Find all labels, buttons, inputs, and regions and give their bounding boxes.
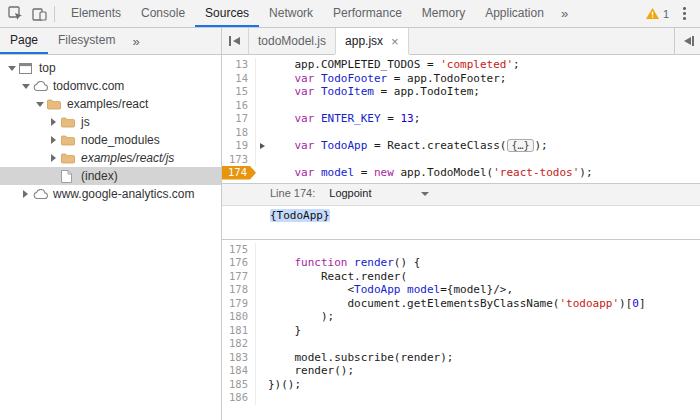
tree-item-www-google-analytics-com[interactable]: www.google-analytics.com [0,185,221,203]
device-toolbar-icon[interactable] [27,2,51,26]
code-line[interactable]: 174 var model = new app.TodoModel('react… [222,166,700,180]
code-line[interactable]: 186 [222,391,700,405]
line-number[interactable]: 17 [222,112,256,126]
line-number[interactable]: 185 [222,378,256,392]
disclosure-triangle[interactable] [48,118,59,126]
tree-item-label: www.google-analytics.com [53,187,194,201]
disclosure-triangle[interactable] [20,84,31,89]
code-line[interactable]: 16 [222,99,700,113]
disclosure-triangle[interactable] [20,190,31,198]
line-number[interactable]: 19 [222,139,256,153]
close-tab-icon[interactable]: × [391,35,399,48]
line-number[interactable]: 15 [222,85,256,99]
code-line[interactable]: 173 [222,153,700,167]
code-line[interactable]: 15 var TodoItem = app.TodoItem; [222,85,700,99]
tab-filesystem[interactable]: Filesystem [48,28,125,54]
disclosure-triangle[interactable] [48,136,59,144]
logpoint-condition-input[interactable]: {TodoApp} [222,206,700,239]
tree-item-top[interactable]: top [0,59,221,77]
fold-gutter [256,166,268,180]
tree-item-node-modules[interactable]: node_modules [0,131,221,149]
code-fold-arrow[interactable] [256,139,268,153]
code-line[interactable]: 13 app.COMPLETED_TODOS = 'completed'; [222,58,700,72]
tree-item-label: (index) [81,169,118,183]
disclosure-triangle[interactable] [6,66,17,71]
line-number[interactable]: 176 [222,256,256,270]
file-tab-app-jsx[interactable]: app.jsx× [335,28,409,54]
navigator-toggle-icon[interactable] [222,28,248,54]
code-line[interactable]: 183 model.subscribe(render); [222,351,700,365]
more-navigator-tabs-button[interactable]: » [125,28,146,54]
code-line[interactable]: 14 var TodoFooter = app.TodoFooter; [222,72,700,86]
fold-gutter [256,364,268,378]
code-line[interactable]: 17 var ENTER_KEY = 13; [222,112,700,126]
fold-gutter [256,378,268,392]
code-line[interactable]: 179 document.getElementsByClassName('tod… [222,297,700,311]
tab-elements[interactable]: Elements [61,0,131,27]
logpoint-type-label: Logpoint [329,187,371,201]
line-number[interactable]: 181 [222,324,256,338]
code-line[interactable]: 185})(); [222,378,700,392]
logpoint-type-select[interactable]: Logpoint [329,187,429,201]
file-tab-todomodel-js[interactable]: todoModel.js [248,28,335,54]
devtools-window: ElementsConsoleSourcesNetworkPerformance… [0,0,700,420]
tab-sources[interactable]: Sources [195,0,259,27]
line-number[interactable]: 16 [222,99,256,113]
code-line[interactable]: 181 } [222,324,700,338]
code-line[interactable]: 176 function render() { [222,256,700,270]
debugger-sidebar-toggle-icon[interactable] [674,28,700,54]
line-number[interactable]: 183 [222,351,256,365]
line-number[interactable]: 14 [222,72,256,86]
editor-tab-bar: todoModel.jsapp.jsx× [222,28,700,55]
code-line[interactable]: 177 React.render( [222,270,700,284]
tab-application[interactable]: Application [475,0,554,27]
customize-menu-icon[interactable] [677,6,691,22]
disclosure-triangle[interactable] [34,102,45,107]
code-line[interactable]: 180 ); [222,310,700,324]
code-line[interactable]: 18 [222,126,700,140]
line-number[interactable]: 18 [222,126,256,140]
line-number[interactable]: 182 [222,337,256,351]
line-number[interactable]: 13 [222,58,256,72]
code-line-text: var TodoItem = app.TodoItem; [268,85,480,99]
code-line-text: ); [268,310,334,324]
line-number[interactable]: 178 [222,283,256,297]
line-number[interactable]: 179 [222,297,256,311]
tree-item-js[interactable]: js [0,113,221,131]
cloud-icon [33,188,49,201]
tree-item-todomvc-com[interactable]: todomvc.com [0,77,221,95]
code-editor[interactable]: 13 app.COMPLETED_TODOS = 'completed';14 … [222,55,700,420]
tab-page[interactable]: Page [0,28,48,54]
folder-icon [61,134,77,147]
inspect-element-icon[interactable] [3,2,27,26]
line-number[interactable]: 177 [222,270,256,284]
tree-item-index[interactable]: (index) [0,167,221,185]
line-number[interactable]: 173 [222,153,256,167]
line-number[interactable]: 180 [222,310,256,324]
tree-item-examples-react[interactable]: examples/react [0,95,221,113]
line-number[interactable]: 184 [222,364,256,378]
logpoint-badge[interactable]: 174 [222,166,256,180]
more-panels-button[interactable]: » [554,0,575,27]
code-line[interactable]: 184 render(); [222,364,700,378]
line-number[interactable]: 175 [222,243,256,257]
tab-console[interactable]: Console [131,0,195,27]
tree-item-label: examples/react/js [81,151,174,165]
code-line-text: <TodoApp model={model}/>, [268,283,513,297]
code-line-text: function render() { [268,256,420,270]
code-line[interactable]: 19 var TodoApp = React.createClass({…}); [222,139,700,153]
tree-item-examples-react-js[interactable]: examples/react/js [0,149,221,167]
tab-network[interactable]: Network [259,0,323,27]
fold-gutter [256,337,268,351]
tab-memory[interactable]: Memory [412,0,475,27]
tab-performance[interactable]: Performance [323,0,412,27]
line-number[interactable]: 186 [222,391,256,405]
warning-badge[interactable]: 1 [646,8,669,20]
code-line[interactable]: 175 [222,243,700,257]
disclosure-triangle[interactable] [48,154,59,162]
folder-icon [47,98,63,111]
code-line[interactable]: 178 <TodoApp model={model}/>, [222,283,700,297]
code-line[interactable]: 182 [222,337,700,351]
toolbar-right-group: 1 [646,0,700,27]
tree-item-label: examples/react [67,97,148,111]
